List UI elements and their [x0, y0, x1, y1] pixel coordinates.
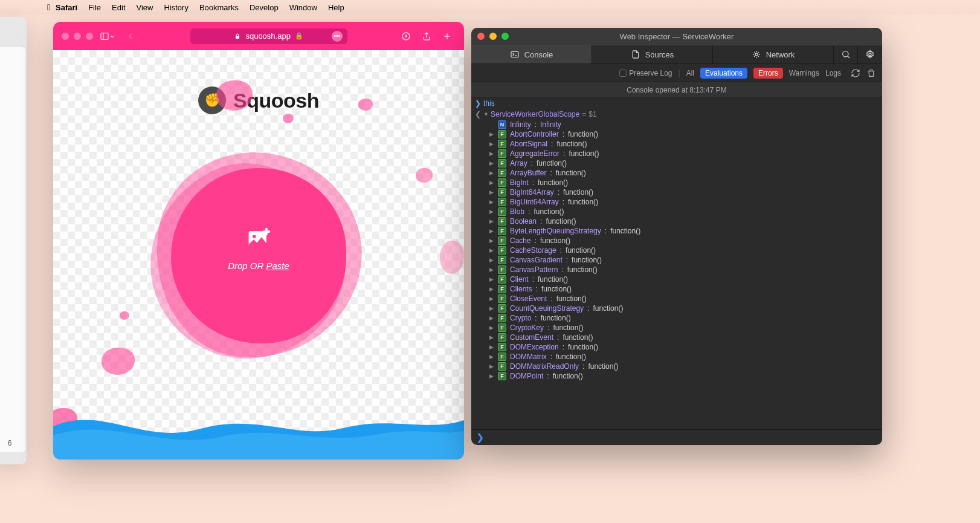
object-property[interactable]: ▶FBigInt64Array: function() [489, 187, 882, 197]
function-badge-icon: F [498, 198, 506, 206]
object-property[interactable]: ▶FCache: function() [489, 236, 882, 245]
disclosure-triangle-icon[interactable]: ▼ [483, 111, 488, 117]
refresh-icon[interactable] [851, 68, 860, 78]
filter-all[interactable]: All [686, 69, 694, 77]
disclosure-triangle-icon[interactable]: ▶ [489, 267, 494, 273]
object-property[interactable]: ▶FDOMException: function() [489, 342, 882, 352]
object-property[interactable]: ▶FArrayBuffer: function() [489, 168, 882, 178]
object-property[interactable]: ▶FClients: function() [489, 284, 882, 294]
search-button[interactable] [834, 45, 858, 63]
filter-errors[interactable]: Errors [753, 68, 783, 79]
disclosure-triangle-icon[interactable]: ▶ [489, 247, 494, 253]
property-name: AggregateError [510, 149, 559, 158]
object-property[interactable]: ▶FAbortController: function() [489, 129, 882, 139]
close-button[interactable] [62, 33, 69, 40]
menu-file[interactable]: File [88, 3, 101, 12]
disclosure-triangle-icon[interactable]: ▶ [489, 354, 494, 360]
disclosure-triangle-icon[interactable]: ▶ [489, 257, 494, 263]
disclosure-triangle-icon[interactable]: ▶ [489, 228, 494, 234]
disclosure-triangle-icon[interactable]: ▶ [489, 189, 494, 195]
menu-help[interactable]: Help [328, 3, 344, 12]
disclosure-triangle-icon[interactable]: ▶ [489, 344, 494, 350]
object-property[interactable]: ▶FCloseEvent: function() [489, 294, 882, 304]
trash-icon[interactable] [866, 68, 876, 78]
disclosure-triangle-icon[interactable]: ▶ [489, 334, 494, 340]
disclosure-triangle-icon[interactable]: ▶ [489, 238, 494, 244]
object-property[interactable]: ▶FBigUint64Array: function() [489, 197, 882, 207]
disclosure-triangle-icon[interactable]: ▶ [489, 131, 494, 137]
object-property[interactable]: ▶FBoolean: function() [489, 216, 882, 226]
apple-menu-icon[interactable]:  [47, 2, 50, 12]
filter-logs[interactable]: Logs [825, 69, 841, 77]
downloads-button[interactable] [398, 29, 414, 44]
object-property[interactable]: ▶ N Infinity: Infinity [489, 120, 882, 129]
object-property[interactable]: ▶FCountQueuingStrategy: function() [489, 304, 882, 313]
disclosure-triangle-icon[interactable]: ▶ [489, 315, 494, 321]
disclosure-triangle-icon[interactable]: ▶ [489, 286, 494, 292]
object-property[interactable]: ▶FAggregateError: function() [489, 149, 882, 158]
menu-window[interactable]: Window [289, 3, 317, 12]
url-bar[interactable]: squoosh.app 🔒 ••• [190, 28, 347, 44]
menu-bookmarks[interactable]: Bookmarks [199, 3, 239, 12]
tab-console[interactable]: Console [471, 45, 592, 63]
zoom-button[interactable] [86, 33, 93, 40]
reader-button[interactable]: ••• [332, 31, 343, 42]
property-value: function() [556, 294, 587, 303]
disclosure-triangle-icon[interactable]: ▶ [489, 276, 494, 282]
sidebar-toggle-button[interactable] [99, 29, 116, 44]
disclosure-triangle-icon[interactable]: ▶ [489, 363, 494, 369]
disclosure-triangle-icon[interactable]: ▶ [489, 141, 494, 147]
disclosure-triangle-icon[interactable]: ▶ [489, 151, 494, 157]
tab-sources[interactable]: Sources [592, 45, 713, 63]
function-badge-icon: F [498, 294, 506, 303]
menubar-app-name[interactable]: Safari [56, 3, 77, 12]
object-property[interactable]: ▶FCanvasPattern: function() [489, 265, 882, 274]
object-property[interactable]: ▶FDOMMatrix: function() [489, 352, 882, 362]
object-property[interactable]: ▶FCustomEvent: function() [489, 333, 882, 342]
object-property[interactable]: ▶FCanvasGradient: function() [489, 255, 882, 265]
object-property[interactable]: ▶FDOMMatrixReadOnly: function() [489, 362, 882, 371]
paste-link[interactable]: Paste [266, 261, 289, 271]
filter-evaluations[interactable]: Evaluations [700, 68, 747, 79]
object-property[interactable]: ▶FArray: function() [489, 158, 882, 168]
filter-warnings[interactable]: Warnings [789, 69, 819, 77]
tab-network[interactable]: Network [713, 45, 834, 63]
menu-view[interactable]: View [137, 3, 153, 12]
menu-develop[interactable]: Develop [250, 3, 279, 12]
object-property[interactable]: ▶FCacheStorage: function() [489, 245, 882, 255]
menu-history[interactable]: History [164, 3, 188, 12]
object-property[interactable]: ▶FCryptoKey: function() [489, 323, 882, 333]
disclosure-triangle-icon[interactable]: ▶ [489, 305, 494, 311]
share-button[interactable] [418, 29, 435, 44]
disclosure-triangle-icon[interactable]: ▶ [489, 218, 494, 224]
disclosure-triangle-icon[interactable]: ▶ [489, 160, 494, 166]
disclosure-triangle-icon[interactable]: ▶ [489, 296, 494, 302]
object-property[interactable]: ▶FAbortSignal: function() [489, 139, 882, 149]
drop-target[interactable]: Drop OR Paste [228, 226, 289, 271]
disclosure-triangle-icon[interactable]: ▶ [489, 325, 494, 331]
close-button[interactable] [477, 33, 485, 40]
disclosure-triangle-icon[interactable]: ▶ [489, 180, 494, 186]
disclosure-triangle-icon[interactable]: ▶ [489, 199, 494, 205]
console-prompt[interactable]: ❯ [471, 429, 882, 445]
object-property[interactable]: ▶FBigInt: function() [489, 178, 882, 187]
object-property[interactable]: ▶FByteLengthQueuingStrategy: function() [489, 226, 882, 236]
object-property[interactable]: ▶FClient: function() [489, 274, 882, 284]
back-button[interactable] [122, 29, 139, 44]
settings-button[interactable] [858, 45, 882, 63]
preserve-log-checkbox[interactable]: Preserve Log [619, 69, 672, 77]
console-output[interactable]: ❯ this ❮ ▼ ServiceWorkerGlobalScope = $1… [471, 98, 882, 429]
console-result-header[interactable]: ❮ ▼ ServiceWorkerGlobalScope = $1 [471, 109, 882, 120]
disclosure-triangle-icon[interactable]: ▶ [489, 209, 494, 215]
object-property[interactable]: ▶FDOMPoint: function() [489, 371, 882, 381]
disclosure-triangle-icon[interactable]: ▶ [489, 170, 494, 176]
console-filter-bar: Preserve Log | All Evaluations Errors Wa… [471, 64, 882, 82]
object-property[interactable]: ▶FCrypto: function() [489, 313, 882, 323]
object-property[interactable]: ▶FBlob: function() [489, 207, 882, 216]
zoom-button[interactable] [501, 33, 509, 40]
disclosure-triangle-icon[interactable]: ▶ [489, 373, 494, 379]
minimize-button[interactable] [74, 33, 81, 40]
menu-edit[interactable]: Edit [112, 3, 125, 12]
new-tab-button[interactable] [439, 29, 456, 44]
minimize-button[interactable] [489, 33, 497, 40]
